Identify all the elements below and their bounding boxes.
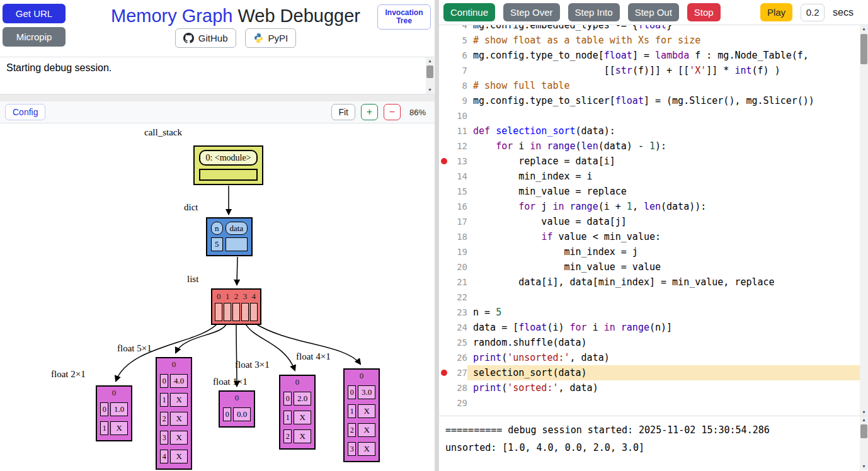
breakpoint-dot[interactable] [439,139,448,154]
code-editor[interactable]: 4mg.config.embedded_types -= {float}5# s… [439,25,868,416]
breakpoint-dot[interactable] [439,259,448,275]
output-console[interactable]: ========== debug session started: 2025-1… [439,416,868,470]
stop-button[interactable]: Stop [687,3,721,21]
line-gutter[interactable]: 21 [439,275,467,290]
breakpoint-dot[interactable] [439,395,448,411]
code-line-text[interactable]: selection_sort(data) [467,365,860,380]
breakpoint-dot[interactable] [439,244,448,259]
call-stack-node[interactable]: 0: <module> [193,145,263,185]
breakpoint-dot[interactable] [439,48,448,63]
breakpoint-dot[interactable] [439,199,448,214]
code-line-text[interactable]: random.shuffle(data) [467,335,860,350]
line-gutter[interactable]: 14 [439,169,467,184]
breakpoint-dot[interactable] [439,108,448,123]
code-line-text[interactable]: [[str(f)]] + [['X']] * int(f) ) [467,63,860,78]
code-line-text[interactable]: mg.config.type_to_slicer[float] = (mg.Sl… [467,93,860,108]
scroll-up-arrow[interactable]: ▲ [860,25,868,33]
code-line-text[interactable]: if value < min_value: [467,229,860,244]
line-gutter[interactable]: 24 [439,320,467,335]
code-line-text[interactable]: n = 5 [467,305,860,320]
code-line-text[interactable]: data[i], data[min_index] = min_value, re… [467,275,860,290]
line-gutter[interactable]: 25 [439,335,467,350]
graph-canvas[interactable]: call_stack dict list float 2×1 float 5×1… [0,123,435,470]
scroll-thumb[interactable] [426,65,433,78]
breakpoint-dot[interactable] [439,169,448,184]
breakpoint-dot[interactable] [439,93,448,108]
line-gutter[interactable]: 18 [439,229,467,244]
breakpoint-dot[interactable] [439,78,448,93]
code-line-text[interactable]: # show float as a table with Xs for size [467,33,860,48]
pypi-button[interactable]: PyPI [245,28,297,48]
float-node[interactable]: 0 02.0 1X 2X [279,375,316,450]
horizontal-splitter[interactable] [0,94,435,101]
code-line-text[interactable]: replace = data[i] [467,154,860,169]
breakpoint-dot[interactable] [439,33,448,48]
code-line-text[interactable]: min_value = value [467,259,860,275]
breakpoint-dot[interactable] [439,350,448,365]
code-line-text[interactable]: for j in range(i + 1, len(data)): [467,199,860,214]
breakpoint-dot[interactable] [439,184,448,199]
breakpoint-dot[interactable] [439,305,448,320]
breakpoint-dot[interactable] [439,275,448,290]
float-node[interactable]: 0 03.0 1X 2X 3X [343,368,380,462]
step-over-button[interactable]: Step Over [503,3,560,21]
float-node[interactable]: 0 04.0 1X 2X 3X 4X [156,357,192,470]
console-scrollbar[interactable]: ▲ ▼ [860,416,868,470]
invocation-tree-button[interactable]: Invocation Tree [377,4,431,30]
breakpoint-dot[interactable] [439,380,448,395]
fit-button[interactable]: Fit [331,104,355,120]
code-line-text[interactable]: for i in range(len(data) - 1): [467,139,860,154]
code-line-text[interactable]: min_index = j [467,244,860,259]
scroll-up-arrow[interactable]: ▲ [426,57,434,65]
code-line-text[interactable]: data = [float(i) for i in range(n)] [467,320,860,335]
code-line-text[interactable]: value = data[j] [467,214,860,229]
code-line-text[interactable]: def selection_sort(data): [467,123,860,139]
config-button[interactable]: Config [5,104,45,120]
log-scrollbar[interactable]: ▲ ▼ [426,57,434,94]
code-line-text[interactable]: print('sorted:', data) [467,380,860,395]
line-gutter[interactable]: 17 [439,214,467,229]
line-gutter[interactable]: 16 [439,199,467,214]
line-gutter[interactable]: 19 [439,244,467,259]
scroll-down-arrow[interactable]: ▼ [860,463,868,470]
float-node[interactable]: 0 00.0 [219,390,255,428]
scroll-down-arrow[interactable]: ▼ [426,86,434,94]
breakpoint-dot[interactable] [439,320,448,335]
line-gutter[interactable]: 13 [439,154,467,169]
code-line-text[interactable]: # show full table [467,78,860,93]
line-gutter[interactable]: 20 [439,259,467,275]
line-gutter[interactable]: 4 [439,25,467,33]
delay-input[interactable] [801,4,825,21]
breakpoint-dot[interactable] [439,335,448,350]
line-gutter[interactable]: 22 [439,290,467,305]
breakpoint-dot[interactable] [439,365,448,380]
continue-button[interactable]: Continue [443,3,495,21]
breakpoint-dot[interactable] [439,214,448,229]
code-line-text[interactable] [467,108,860,123]
line-gutter[interactable]: 27 [439,365,467,380]
panel-splitter[interactable] [435,0,439,471]
breakpoint-dot[interactable] [439,229,448,244]
breakpoint-dot[interactable] [439,290,448,305]
code-line-text[interactable]: mg.config.type_to_node[float] = lambda f… [467,48,860,63]
dict-node[interactable]: n data 5 [206,217,253,256]
scroll-thumb[interactable] [860,424,867,438]
scroll-thumb[interactable] [860,34,867,64]
line-gutter[interactable]: 10 [439,108,467,123]
code-line-text[interactable]: print('unsorted:', data) [467,350,860,365]
github-button[interactable]: GitHub [175,28,236,48]
stack-frame-item[interactable]: 0: <module> [199,150,258,166]
line-gutter[interactable]: 12 [439,139,467,154]
step-into-button[interactable]: Step Into [568,3,620,21]
code-line-text[interactable] [467,290,860,305]
code-line-text[interactable]: mg.config.embedded_types -= {float} [467,25,860,33]
line-gutter[interactable]: 23 [439,305,467,320]
zoom-out-button[interactable]: − [384,104,401,120]
line-gutter[interactable]: 28 [439,380,467,395]
scroll-down-arrow[interactable]: ▼ [860,409,868,416]
breakpoint-dot[interactable] [439,154,448,169]
line-gutter[interactable]: 11 [439,123,467,139]
breakpoint-dot[interactable] [439,123,448,139]
editor-scrollbar[interactable]: ▲ ▼ [860,25,868,416]
code-line-text[interactable]: min_index = i [467,169,860,184]
